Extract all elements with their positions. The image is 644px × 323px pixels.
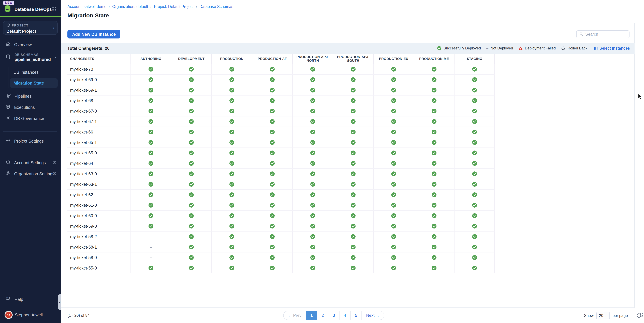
sidebar-item-db-schemas[interactable]: DB SCHEMAS pipeline_authored ›: [0, 50, 61, 65]
user-name: Stephen Atwell: [15, 312, 43, 317]
status-deployed-icon: [310, 182, 315, 187]
page-number-button[interactable]: 4: [339, 311, 350, 320]
status-deployed-icon: [310, 140, 315, 145]
user-menu[interactable]: SA Stephen Atwell: [0, 310, 61, 319]
sidebar-item-label: Executions: [14, 105, 35, 110]
page-size-select[interactable]: 20 ⌄: [596, 312, 610, 319]
sidebar-item-organization-settings[interactable]: Organization Settings: [0, 169, 61, 179]
sidebar-item-db-governance[interactable]: DB Governance: [0, 113, 61, 124]
status-cell: [414, 169, 454, 179]
status-deployed-icon: [229, 77, 234, 82]
status-cell: [373, 169, 414, 179]
status-cell: [373, 96, 414, 106]
status-deployed-icon: [310, 234, 315, 239]
sidebar-divider: [3, 153, 57, 153]
status-cell: [171, 116, 212, 127]
status-cell: [414, 64, 454, 74]
status-deployed-icon: [229, 255, 234, 260]
status-not-deployed-dash: –: [486, 46, 488, 51]
sidebar-item-pipelines[interactable]: Pipelines: [0, 91, 61, 101]
search-input[interactable]: [585, 32, 626, 37]
status-deployed-icon: [189, 88, 194, 93]
add-db-instance-button[interactable]: Add New DB Instance: [68, 30, 120, 39]
status-deployed-icon: [391, 109, 396, 114]
migration-table: CHANGESETSAUTHORINGDEVELOPMENTPRODUCTION…: [68, 54, 495, 273]
page-number-button[interactable]: 1: [306, 311, 317, 320]
sidebar-item-overview[interactable]: Overview: [0, 40, 61, 50]
next-page-button[interactable]: Next →: [362, 311, 384, 320]
status-cell: [171, 211, 212, 221]
sidebar-item-migration-state[interactable]: Migration State: [10, 78, 58, 88]
app-launcher-icon[interactable]: [51, 7, 56, 13]
status-deployed-icon: [270, 213, 275, 218]
changeset-name: my-ticket-58-1: [68, 242, 130, 252]
status-cell: [212, 148, 252, 158]
status-cell: [373, 106, 414, 116]
status-cell: [212, 96, 252, 106]
breadcrumb-project[interactable]: Project: Default Project: [154, 5, 194, 9]
page-number-button[interactable]: 2: [317, 311, 328, 320]
status-cell: [252, 148, 292, 158]
sidebar-item-account-settings[interactable]: Account Settings: [0, 158, 61, 168]
sidebar-item-db-instances[interactable]: DB Instances: [14, 70, 38, 75]
status-deployed-icon: [229, 67, 234, 72]
breadcrumb-database-schemas[interactable]: Database Schemas: [200, 5, 233, 9]
status-cell: [333, 127, 373, 137]
status-deployed-icon: [351, 109, 356, 114]
status-deployed-icon: [229, 119, 234, 124]
svg-text:?: ?: [8, 297, 8, 299]
breadcrumb-account[interactable]: Account: satwell-demo: [68, 5, 106, 9]
sidebar-collapse-handle[interactable]: ◀: [58, 294, 61, 310]
chat-widget-icon[interactable]: [636, 311, 643, 320]
status-deployed-icon: [472, 255, 477, 260]
status-cell: [171, 200, 212, 210]
status-deployed-icon: [310, 203, 315, 208]
status-cell: [130, 179, 171, 189]
status-deployed-icon: [229, 150, 234, 155]
status-cell: [171, 96, 212, 106]
status-cell: [414, 85, 454, 95]
status-deployed-icon: [270, 119, 275, 124]
status-deployed-icon: [432, 77, 437, 82]
legend-item: –Not Deployed: [486, 46, 513, 51]
sidebar-item-executions[interactable]: Executions: [0, 102, 61, 112]
status-cell: [252, 106, 292, 116]
status-deployed-icon: [189, 129, 194, 135]
page-number-button[interactable]: 3: [328, 311, 339, 320]
status-cell: [212, 158, 252, 168]
status-cell: [454, 75, 495, 85]
prev-page-button[interactable]: ← Prev: [284, 311, 306, 320]
changeset-name: my-ticket-55-0: [68, 263, 130, 273]
status-cell: [292, 200, 333, 210]
search-box[interactable]: [576, 30, 630, 38]
project-selector[interactable]: PROJECT Default Project ›: [3, 21, 58, 35]
status-deployed-icon: [148, 161, 154, 166]
changeset-name: my-ticket-69-1: [68, 85, 130, 95]
status-cell: [454, 106, 495, 116]
page-number-button[interactable]: 5: [350, 311, 362, 320]
status-cell: [373, 221, 414, 231]
breadcrumb-organization[interactable]: Organization: default: [112, 5, 148, 9]
legend-label: Not Deployed: [490, 46, 513, 51]
status-deployed-icon: [229, 192, 234, 197]
select-instances-button[interactable]: Select Instances: [594, 46, 630, 51]
status-cell: [212, 75, 252, 85]
status-deployed-icon: [351, 234, 356, 239]
status-deployed-icon: [391, 255, 396, 260]
status-deployed-icon: [229, 171, 234, 176]
sidebar-item-help[interactable]: ? Help: [0, 295, 61, 304]
info-icon: [52, 160, 56, 165]
chevron-right-icon: ›: [150, 5, 152, 9]
status-deployed-icon: [189, 265, 194, 270]
status-deployed-icon: [270, 67, 275, 72]
column-header: PRODUCTION-EU: [373, 54, 414, 64]
chevron-down-icon: ⌄: [604, 314, 607, 317]
top-band: Account: satwell-demo › Organization: de…: [61, 0, 644, 23]
status-cell: [454, 263, 495, 273]
status-deployed-icon: [270, 129, 275, 135]
status-deployed-icon: [189, 234, 194, 239]
status-cell: [130, 158, 171, 168]
sidebar-item-project-settings[interactable]: Project Settings: [0, 136, 61, 146]
status-deployed-icon: [472, 192, 477, 197]
table-body: my-ticket-70my-ticket-69-0my-ticket-69-1…: [68, 64, 495, 273]
